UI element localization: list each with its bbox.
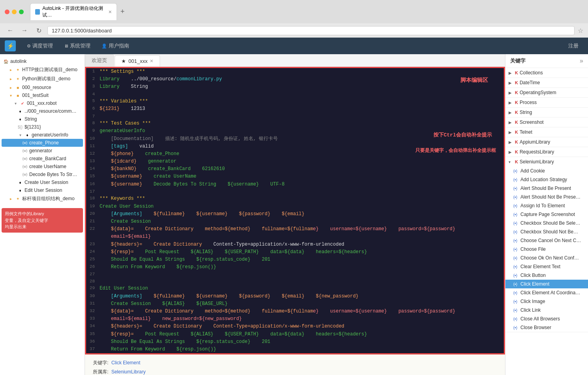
kw-group-telnet-header[interactable]: ▶ K Telnet [505, 127, 588, 137]
kw-group-operatingsystem-header[interactable]: ▶ K OperatingSystem [505, 88, 588, 97]
sidebar-item-create-username[interactable]: (w) create UserName [2, 163, 83, 170]
tab-welcome[interactable]: 欢迎页 [85, 54, 114, 66]
kw-item-click-link[interactable]: (•) Click Link [505, 306, 588, 314]
kw-group-screenshot-header[interactable]: ▶ K Screenshot [505, 117, 588, 127]
code-line-14: 14 ${bankNO} create_BankCard 62162610 [86, 165, 504, 173]
kw-icon: ♦ [17, 180, 23, 185]
tree-root-autolink[interactable]: 🏠 autolink [2, 57, 83, 65]
browser-tab-active[interactable]: AutoLink - 开源优测自动化测试… ✕ [30, 3, 117, 20]
kw-item-assign-id[interactable]: (•) Assign Id To Element [505, 201, 588, 210]
kw-group-process-header[interactable]: ▶ K Process [505, 98, 588, 107]
sidebar-item-001-testsuit[interactable]: ▾ ■ 001_testSuit [2, 91, 83, 99]
sidebar-item-create-phone[interactable]: (w) create_Phone [2, 139, 83, 147]
sidebar-item-gennerator[interactable]: (w) gennerator [2, 147, 83, 155]
code-line-15: 15 ${username} create UserName [86, 173, 504, 180]
kw-group-string-header[interactable]: ▶ K String [505, 108, 588, 117]
login-button[interactable]: 注册 [564, 41, 583, 51]
sidebar-item-create-bankcard[interactable]: (w) create_BankCard [2, 155, 83, 163]
kw-item-close-browser[interactable]: (•) Close Browser [505, 323, 588, 332]
kw-item-checkbox-should-not-be[interactable]: (•) Checkbox Should Not Be… [505, 227, 588, 236]
nav-item-guide[interactable]: 👤 用户指南 [97, 41, 134, 51]
back-button[interactable]: ← [5, 25, 16, 36]
content-area: 欢迎页 ★ 001_xxx ✕ 1*** Settings *** 2Libra… [85, 54, 505, 375]
kw-item-click-element-at-coords[interactable]: (•) Click Element At Coordina… [505, 288, 588, 297]
kw-dot-icon: (•) [513, 308, 519, 312]
right-sidebar-expand-button[interactable]: » [580, 57, 583, 64]
sidebar-item-edit-user-session[interactable]: ♦ Edit User Session [2, 186, 83, 194]
kw-item-choose-file[interactable]: (•) Choose File [505, 245, 588, 254]
tree-label-var-1231: ${1231} [24, 124, 41, 130]
kw-label-click-element-at-coords: Click Element At Coordina… [520, 290, 580, 295]
sidebar-item-create-user-session[interactable]: ♦ Create User Session [2, 178, 83, 186]
tab-close-button[interactable]: ✕ [108, 9, 112, 15]
kw-item-click-image[interactable]: (•) Click Image [505, 297, 588, 306]
sidebar-item-string[interactable]: ♦ String [2, 115, 83, 123]
refresh-button[interactable]: ↻ [33, 25, 44, 36]
library-value: SeleniumLibrary [111, 369, 146, 375]
tab-001-xxx[interactable]: ★ 001_xxx ✕ [115, 55, 160, 66]
kw-group-appiumlibrary: ▶ K AppiumLibrary [505, 137, 588, 147]
kw-item-checkbox-should-be-selected[interactable]: (•) Checkbox Should Be Sele… [505, 219, 588, 227]
sidebar-item-http-demo[interactable]: ▸ ✦ HTTP接口测试项目_demo [2, 65, 83, 74]
kw-group-requestslibrary-header[interactable]: ▶ K RequestsLibrary [505, 147, 588, 157]
kw-item-choose-cancel[interactable]: (•) Choose Cancel On Next C… [505, 236, 588, 245]
address-bar[interactable]: 127.0.0.1:5000/dashboard [47, 26, 575, 35]
kw-item-alert-should-be-present[interactable]: (•) Alert Should Be Present [505, 184, 588, 193]
kw-item-add-location-strategy[interactable]: (•) Add Location Strategy [505, 175, 588, 184]
kw-label-clear-element-text: Clear Element Text [520, 264, 560, 269]
sidebar-item-var-1231[interactable]: ${} ${1231} [2, 123, 83, 131]
kw-dot-icon: (•) [513, 317, 519, 321]
kw-group-datetime-header[interactable]: ▶ K DateTime [505, 78, 588, 87]
kw-item-click-element[interactable]: (•) Click Element [505, 280, 588, 288]
kw-label-capture-page-screenshot: Capture Page Screenshot [520, 212, 575, 217]
library-row: 所属库: SeleniumLibrary [93, 369, 497, 375]
kw-group-telnet: ▶ K Telnet [505, 127, 588, 137]
expand-icon: ▸ [8, 196, 13, 202]
nav-item-schedule[interactable]: ⚙ 调度管理 [22, 41, 58, 51]
tree-label-http: HTTP接口测试项目_demo [22, 66, 77, 73]
sidebar-item-python-demo[interactable]: ▸ ✦ Python测试项目_demo [2, 74, 83, 83]
sidebar-item-000-resource[interactable]: ▸ ■ 000_resource [2, 83, 83, 91]
kw-group-collections-header[interactable]: ▶ K Collections [505, 68, 588, 78]
close-window-button[interactable] [5, 9, 9, 14]
kw-group-appiumlibrary-header[interactable]: ▶ K AppiumLibrary [505, 137, 588, 147]
sidebar-item-generateuserinfo[interactable]: ▾ ♦ generateUserInfo [2, 131, 83, 139]
bookmark-button[interactable]: ☆ [578, 27, 583, 34]
expand-icon: ▾ [13, 100, 18, 106]
code-line-30: 30 [Arguments] ${fullname} ${username} $… [86, 293, 504, 300]
kw-dot-icon: (•) [513, 291, 519, 295]
nav-item-system[interactable]: 🖥 系统管理 [59, 41, 95, 51]
browser-addressbar: ← → ↻ 127.0.0.1:5000/dashboard ☆ [0, 23, 588, 38]
kw-group-label-appiumlibrary: AppiumLibrary [520, 139, 550, 145]
forward-button[interactable]: → [19, 25, 30, 36]
code-line-8: 8*** Test Cases *** [86, 120, 504, 127]
sidebar-annotation-bubble: 用例文件中的Library变量，及自定义关键字均显示出来 [2, 208, 83, 233]
kw-label-click-link: Click Link [520, 307, 541, 313]
expand-icon-telnet: ▶ [509, 130, 513, 134]
expand-icon-string: ▶ [509, 110, 513, 115]
minimize-window-button[interactable] [12, 9, 17, 14]
sidebar-item-biaoganxiangmu[interactable]: ▸ ✦ 标杆项目组织结构_demo [2, 194, 83, 203]
tree-label-generateuserinfo: generateUserInfo [32, 132, 68, 138]
kw-item-click-button[interactable]: (•) Click Button [505, 271, 588, 280]
sidebar-item-common-lib[interactable]: ♦ ../000_resource/comm… [2, 107, 83, 115]
tab-close-xxx[interactable]: ✕ [150, 59, 153, 64]
kw-group-seleniumlibrary-header[interactable]: ▾ K SeleniumLibrary [505, 157, 588, 167]
robot-icon: ✔ [20, 100, 25, 106]
kw-item-capture-page-screenshot[interactable]: (•) Capture Page Screenshot [505, 210, 588, 219]
new-tab-button[interactable]: + [117, 6, 128, 17]
kw-item-add-cookie[interactable]: (•) Add Cookie [505, 167, 588, 175]
kw-dot-icon: (w) [22, 172, 28, 177]
kw-item-alert-should-not-be-present[interactable]: (•) Alert Should Not Be Prese… [505, 193, 588, 201]
kw-dot-icon: (•) [513, 273, 519, 278]
kw-dot-icon: (•) [513, 256, 519, 260]
kw-item-close-all-browsers[interactable]: (•) Close All Browsers [505, 314, 588, 323]
code-editor[interactable]: 1*** Settings *** 2Library ../000_resour… [85, 67, 505, 354]
kw-dot-icon: (•) [513, 282, 519, 286]
kw-item-clear-element-text[interactable]: (•) Clear Element Text [505, 262, 588, 271]
kw-label-checkbox-should-not-be: Checkbox Should Not Be… [520, 229, 578, 235]
maximize-window-button[interactable] [19, 9, 24, 14]
kw-item-choose-ok[interactable]: (•) Choose Ok On Next Conf… [505, 254, 588, 262]
sidebar-item-001-robot[interactable]: ▾ ✔ 001_xxx.robot [2, 99, 83, 107]
sidebar-item-decode-bytes[interactable]: (w) Decode Bytes To Str… [2, 170, 83, 178]
